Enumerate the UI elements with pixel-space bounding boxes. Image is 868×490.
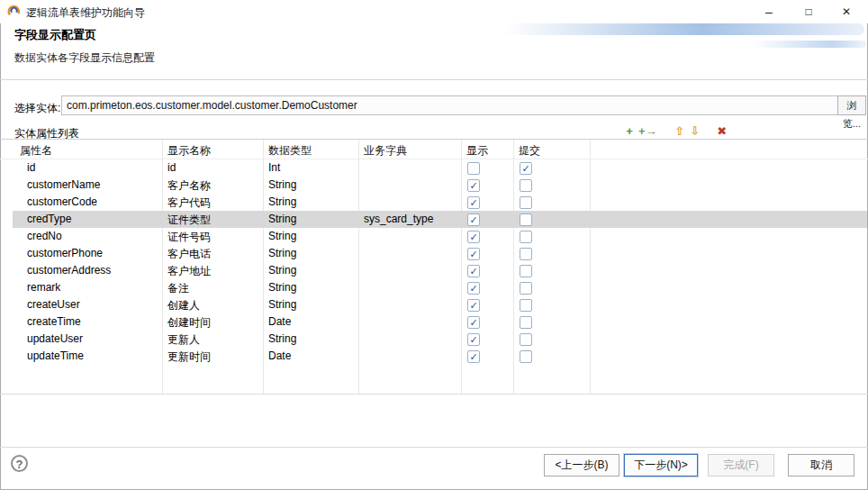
help-button[interactable]: ? [11,455,28,472]
show-checkbox[interactable]: ✓ [467,350,480,363]
cell-data-type: String [268,298,296,311]
show-checkbox[interactable] [467,162,480,175]
cell-property-name: id [27,161,35,174]
show-checkbox[interactable]: ✓ [467,179,480,192]
back-button[interactable]: <上一步(B) [544,454,619,476]
submit-checkbox[interactable] [520,350,532,363]
cell-property-name: updateTime [27,349,84,362]
column-header-type: 数据类型 [268,143,312,159]
maximize-button[interactable]: □ [789,0,828,23]
cell-display-name: 更新时间 [167,349,211,365]
browse-button[interactable]: 浏览... [837,95,866,115]
show-checkbox[interactable]: ✓ [467,231,480,243]
cell-data-type: String [268,247,296,259]
column-header-dict: 业务字典 [364,143,407,159]
submit-checkbox[interactable] [520,282,532,295]
show-checkbox[interactable]: ✓ [467,196,480,209]
add-icon[interactable]: + [623,124,636,139]
submit-checkbox[interactable]: ✓ [520,162,532,175]
submit-checkbox[interactable] [520,299,532,312]
submit-checkbox[interactable] [520,316,532,329]
cell-data-type: Date [268,315,291,328]
cell-property-name: createUser [27,298,80,311]
table-bottom-border [0,394,868,395]
cell-data-type: String [268,230,296,242]
cell-data-type: String [268,213,296,225]
show-checkbox[interactable]: ✓ [467,265,480,277]
table-rows: ididInt✓customerName客户名称String✓customerC… [13,159,867,365]
cell-display-name: 备注 [167,281,189,296]
table-row[interactable]: createTime创建时间Date✓ [13,313,867,331]
cell-display-name: 客户名称 [167,178,211,194]
column-header-display: 显示名称 [167,143,211,159]
cell-property-name: credType [27,213,71,225]
show-checkbox[interactable]: ✓ [467,333,480,346]
table-row[interactable]: customerCode客户代码String✓ [13,194,867,211]
header-separator [0,79,868,80]
cell-display-name: id [167,161,176,174]
entity-input[interactable]: com.primeton.eos.customer.model.customer… [61,95,839,115]
move-up-icon[interactable]: ⇧ [674,124,686,139]
submit-checkbox[interactable] [520,179,532,192]
table-row[interactable]: customerName客户名称String✓ [13,177,867,194]
cell-display-name: 客户代码 [167,195,211,211]
next-button[interactable]: 下一步(N)> [624,454,698,476]
add-arrow-icon[interactable]: +→ [638,124,657,139]
table-row[interactable]: customerPhone客户电话String✓ [13,245,867,262]
cell-data-type: String [268,178,296,191]
submit-checkbox[interactable] [520,231,532,243]
page-subtitle: 数据实体各字段显示信息配置 [14,50,155,66]
table-row[interactable]: remark备注String✓ [13,279,867,296]
cell-data-type: String [268,264,296,277]
show-checkbox[interactable]: ✓ [467,316,480,329]
list-toolbar: ++→⇧⇩✖ [623,123,728,140]
window-title: 逻辑流单表维护功能向导 [26,5,145,21]
cell-data-type: String [268,332,296,345]
cell-display-name: 证件类型 [167,213,211,228]
table-row[interactable]: credNo证件号码String✓ [13,228,867,245]
header-banner-graphic [504,23,864,35]
move-down-icon[interactable]: ⇩ [689,124,701,139]
finish-button: 完成(F) [708,454,774,476]
cell-display-name: 客户地址 [167,264,211,279]
app-icon [7,5,21,18]
cell-property-name: credNo [27,230,62,242]
show-checkbox[interactable]: ✓ [467,282,480,295]
cell-display-name: 创建时间 [167,315,211,331]
cell-property-name: createTime [27,315,81,328]
delete-icon[interactable]: ✖ [716,124,728,139]
table-row[interactable]: ididInt✓ [13,159,867,177]
cell-display-name: 客户电话 [167,247,211,262]
cell-data-type: String [268,195,296,208]
header-banner-graphic-small [753,41,866,48]
cell-property-name: customerAddress [27,264,111,277]
submit-checkbox[interactable] [520,248,532,260]
cell-property-name: customerName [27,178,100,191]
cell-business-dict: sys_card_type [364,213,433,225]
cell-data-type: String [268,281,296,294]
table-top-border [0,139,868,140]
submit-checkbox[interactable] [520,333,532,346]
table-row[interactable]: createUser创建人String✓ [13,296,867,313]
column-header-submit: 提交 [519,143,540,159]
submit-checkbox[interactable] [520,213,532,226]
cell-display-name: 更新人 [167,332,200,348]
title-bar: 逻辑流单表维护功能向导 – □ ✕ [0,0,868,23]
show-checkbox[interactable]: ✓ [467,248,480,260]
footer-separator [0,447,868,448]
show-checkbox[interactable]: ✓ [467,299,480,312]
table-row[interactable]: credType证件类型Stringsys_card_type✓ [13,211,867,228]
table-row[interactable]: updateTime更新时间Date✓ [13,348,867,365]
cell-property-name: customerPhone [27,247,103,259]
cancel-button[interactable]: 取消 [788,454,854,476]
show-checkbox[interactable]: ✓ [467,213,480,226]
submit-checkbox[interactable] [520,265,532,277]
minimize-button[interactable]: – [749,0,789,23]
cell-property-name: remark [27,281,60,294]
table-row[interactable]: updateUser更新人String✓ [13,331,867,348]
submit-checkbox[interactable] [520,196,532,209]
entity-label: 选择实体: [14,101,60,116]
close-button[interactable]: ✕ [827,0,866,23]
table-row[interactable]: customerAddress客户地址String✓ [13,262,867,279]
cell-data-type: Date [268,349,291,362]
